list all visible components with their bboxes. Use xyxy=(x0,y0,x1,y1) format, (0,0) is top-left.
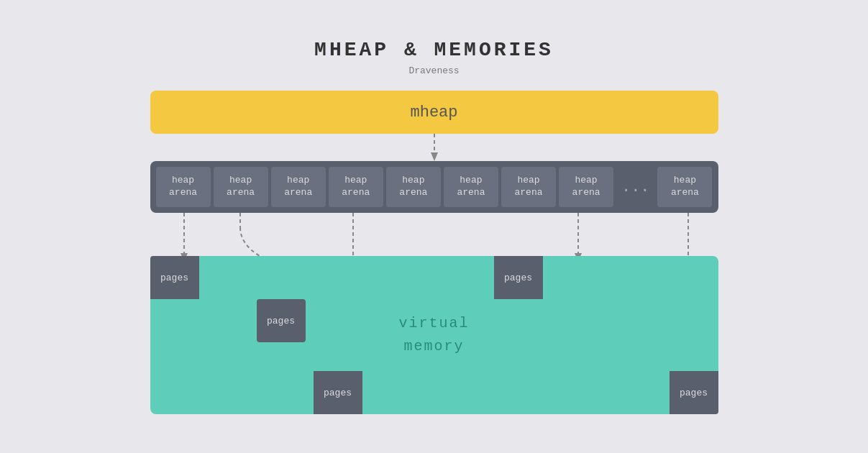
arena-cell-last: heaparena xyxy=(657,167,712,207)
pages-box-3: pages xyxy=(314,371,362,414)
arena-cell-7: heaparena xyxy=(501,167,556,207)
bottom-area: virtual memory pages pages pages pages p… xyxy=(150,256,718,414)
pages-box-1: pages xyxy=(150,256,199,299)
pages-box-5: pages xyxy=(670,371,718,414)
mheap-to-arenas-arrow xyxy=(427,134,442,161)
arena-dots: ... xyxy=(616,167,654,207)
diagram-container: MHEAP & MEMORIES Draveness mheap heapare… xyxy=(140,39,729,414)
virtual-memory-label: virtual memory xyxy=(398,312,469,358)
arena-cell-4: heaparena xyxy=(329,167,383,207)
arena-cell-8: heaparena xyxy=(559,167,613,207)
pages-box-2: pages xyxy=(257,299,306,342)
arena-cell-1: heaparena xyxy=(156,167,211,207)
arena-cell-3: heaparena xyxy=(271,167,326,207)
pages-box-4: pages xyxy=(494,256,543,299)
svg-marker-1 xyxy=(431,152,438,161)
heap-arenas-row: heaparena heaparena heaparena heaparena … xyxy=(150,161,718,213)
page-subtitle: Draveness xyxy=(408,65,459,76)
section-wrapper: virtual memory pages pages pages pages p… xyxy=(150,213,718,414)
arena-cell-2: heaparena xyxy=(214,167,268,207)
page-title: MHEAP & MEMORIES xyxy=(314,39,554,61)
arena-cell-6: heaparena xyxy=(444,167,498,207)
arena-cell-5: heaparena xyxy=(386,167,441,207)
mheap-box: mheap xyxy=(150,91,718,134)
virtual-memory-area: virtual memory pages pages pages pages p… xyxy=(150,256,718,414)
